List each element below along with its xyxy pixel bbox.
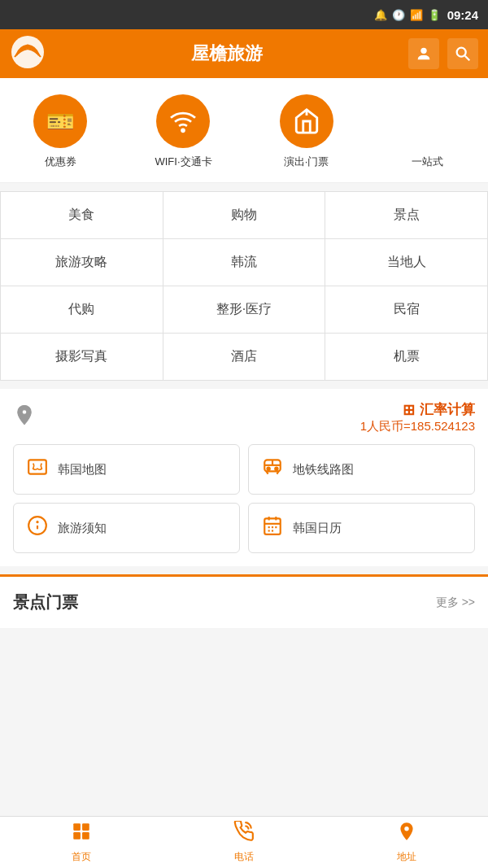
svg-rect-27 — [73, 823, 81, 831]
onestop-icon-circle: ① — [400, 94, 454, 148]
grid-korean-wave[interactable]: 韩流 — [163, 239, 326, 286]
svg-line-3 — [465, 56, 470, 61]
status-bar: 🔔 🕐 📶 🔋 09:24 — [0, 0, 488, 29]
grid-attraction[interactable]: 景点 — [325, 192, 487, 238]
home-icon — [71, 821, 92, 847]
address-label: 地址 — [397, 850, 416, 864]
quick-nav-onestop[interactable]: ① 一站式 — [400, 94, 454, 169]
svg-rect-29 — [73, 832, 81, 840]
svg-point-10 — [275, 468, 277, 470]
svg-point-4 — [182, 129, 185, 132]
grid-medical[interactable]: 整形·医疗 — [163, 286, 326, 333]
grid-daigou[interactable]: 代购 — [1, 286, 163, 333]
svg-point-9 — [268, 468, 270, 470]
grid-flight[interactable]: 机票 — [325, 334, 487, 380]
phone-label: 电话 — [234, 850, 254, 864]
onestop-icon: ① — [417, 108, 438, 135]
grid-row-3: 代购 整形·医疗 民宿 — [1, 286, 487, 334]
svg-rect-28 — [82, 823, 89, 831]
grid-travel-guide[interactable]: 旅游攻略 — [1, 239, 163, 286]
bottom-nav: 首页 电话 地址 — [0, 816, 488, 868]
status-icons: 🔔 🕐 📶 🔋 — [374, 9, 441, 21]
svg-point-1 — [420, 48, 426, 54]
svg-point-0 — [11, 36, 44, 68]
svg-point-6 — [22, 410, 27, 415]
quick-nav: 🎫 优惠券 WIFI·交通卡 演出·门票 ① 一站式 — [0, 78, 488, 183]
coupon-icon-circle: 🎫 — [33, 94, 87, 148]
header-title: 屋檐旅游 — [46, 41, 408, 66]
calendar-icon — [262, 515, 283, 541]
exchange-rate[interactable]: ⊞ 汇率计算 1人民币=185.524123 — [360, 400, 475, 434]
coupon-label: 优惠券 — [45, 155, 76, 169]
onestop-label: 一站式 — [412, 155, 443, 169]
tool-travel-notice[interactable]: 旅游须知 — [13, 503, 240, 553]
exchange-title: ⊞ 汇率计算 — [403, 400, 475, 419]
location-icon — [13, 403, 36, 431]
wifi-label: WIFI·交通卡 — [155, 155, 211, 169]
tool-calendar[interactable]: 韩国日历 — [248, 503, 475, 553]
korea-map-label: 韩国地图 — [58, 462, 107, 478]
grid-minsu[interactable]: 民宿 — [325, 286, 487, 333]
bottom-nav-address[interactable]: 地址 — [325, 821, 488, 864]
tools-top: ⊞ 汇率计算 1人民币=185.524123 — [13, 400, 475, 434]
coupon-icon: 🎫 — [46, 108, 75, 135]
profile-button[interactable] — [408, 38, 439, 69]
wifi-icon-circle — [156, 94, 210, 148]
header: 屋檐旅游 — [0, 29, 488, 78]
calendar-label: 韩国日历 — [293, 521, 342, 536]
svg-point-2 — [457, 48, 466, 57]
tool-subway[interactable]: 地铁线路图 — [248, 444, 475, 495]
grid-photo[interactable]: 摄影写真 — [1, 334, 163, 380]
notification-icon: 🔔 — [374, 9, 387, 21]
svg-point-31 — [404, 827, 408, 831]
wifi-icon: 📶 — [410, 9, 423, 21]
grid-menu: 美食 购物 景点 旅游攻略 韩流 当地人 代购 整形·医疗 民宿 摄影写真 酒店… — [0, 191, 488, 381]
quick-nav-coupon[interactable]: 🎫 优惠券 — [33, 94, 87, 169]
calculator-icon: ⊞ — [403, 401, 415, 419]
battery-icon: 🔋 — [428, 9, 441, 21]
subway-label: 地铁线路图 — [293, 462, 354, 478]
ticket-label: 演出·门票 — [284, 155, 329, 169]
grid-shopping[interactable]: 购物 — [163, 192, 326, 238]
tools-grid: 韩国地图 地铁线路图 — [13, 444, 475, 553]
grid-row-2: 旅游攻略 韩流 当地人 — [1, 239, 487, 286]
info-icon — [27, 515, 48, 541]
grid-locals[interactable]: 当地人 — [325, 239, 487, 286]
svg-rect-7 — [28, 460, 46, 473]
korea-map-icon — [27, 456, 48, 482]
section-header: 景点门票 更多 >> — [0, 574, 488, 628]
tool-korea-map[interactable]: 韩国地图 — [13, 444, 240, 495]
exchange-value: 1人民币=185.524123 — [360, 419, 475, 434]
grid-food[interactable]: 美食 — [1, 192, 163, 238]
bottom-nav-phone[interactable]: 电话 — [163, 821, 325, 864]
bottom-nav-home[interactable]: 首页 — [0, 821, 163, 864]
grid-row-4: 摄影写真 酒店 机票 — [1, 334, 487, 380]
home-label: 首页 — [72, 850, 91, 864]
header-actions — [408, 38, 478, 69]
grid-hotel[interactable]: 酒店 — [163, 334, 326, 380]
phone-icon — [233, 821, 255, 847]
quick-nav-ticket[interactable]: 演出·门票 — [280, 94, 333, 169]
svg-rect-18 — [264, 518, 281, 534]
logo — [10, 34, 46, 73]
address-icon — [396, 821, 417, 847]
tools-section: ⊞ 汇率计算 1人民币=185.524123 韩国地图 — [0, 389, 488, 566]
grid-row-1: 美食 购物 景点 — [1, 192, 487, 239]
section-title: 景点门票 — [13, 591, 78, 613]
ticket-icon-circle — [280, 94, 333, 148]
clock-icon: 🕐 — [392, 9, 405, 21]
status-time: 09:24 — [447, 8, 478, 22]
search-button[interactable] — [447, 38, 478, 69]
svg-rect-30 — [82, 832, 89, 840]
section-more-link[interactable]: 更多 >> — [436, 595, 475, 610]
subway-icon — [262, 456, 283, 482]
quick-nav-wifi[interactable]: WIFI·交通卡 — [155, 94, 211, 169]
travel-notice-label: 旅游须知 — [58, 521, 107, 536]
